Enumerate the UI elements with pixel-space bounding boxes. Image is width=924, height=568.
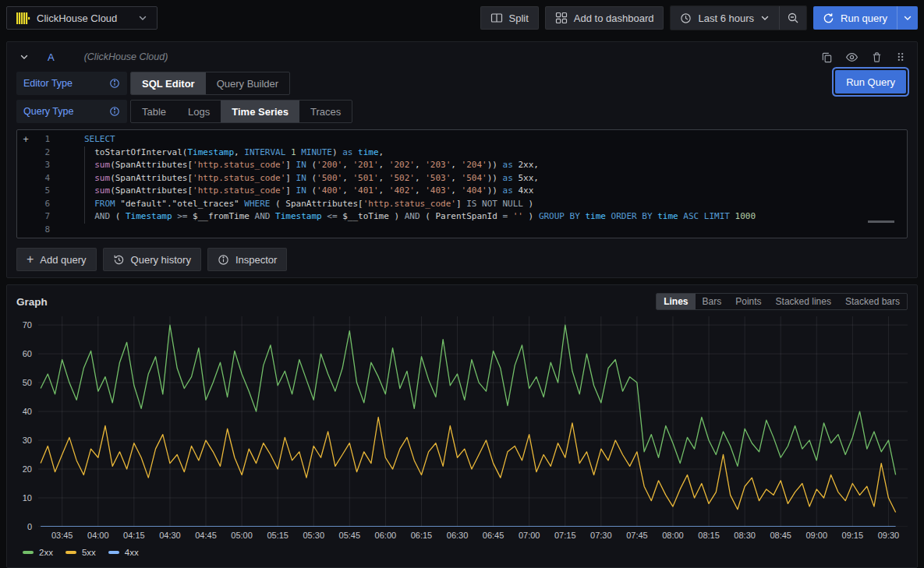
split-button[interactable]: Split bbox=[480, 6, 539, 30]
option-time-series[interactable]: Time Series bbox=[221, 101, 299, 122]
query-editor-panel: A (ClickHouse Cloud) Editor Type SQL Edi… bbox=[6, 41, 918, 278]
query-actions: + Add query Query history Inspector bbox=[16, 248, 908, 271]
gutter-spacer bbox=[17, 210, 34, 224]
option-logs[interactable]: Logs bbox=[177, 101, 221, 122]
legend-label: 5xx bbox=[82, 548, 96, 557]
panel-title: Graph bbox=[16, 296, 48, 308]
add-query-label: Add query bbox=[40, 254, 86, 266]
option-points[interactable]: Points bbox=[728, 294, 768, 309]
gutter-spacer bbox=[17, 172, 34, 185]
legend-item-2xx[interactable]: 2xx bbox=[23, 548, 53, 557]
chevron-down-icon bbox=[760, 13, 770, 23]
add-line-icon: + bbox=[17, 133, 34, 146]
y-axis-labels: 010203040506070 bbox=[16, 316, 38, 527]
run-query-editor-button[interactable]: Run Query bbox=[835, 70, 906, 93]
x-tick-label: 07:15 bbox=[554, 531, 576, 540]
sql-line-8[interactable]: 8 bbox=[17, 224, 907, 237]
option-stacked-lines[interactable]: Stacked lines bbox=[769, 294, 838, 309]
eye-icon[interactable] bbox=[845, 51, 859, 64]
copy-icon[interactable] bbox=[821, 51, 833, 63]
legend-swatch bbox=[65, 551, 76, 554]
info-circle-icon[interactable] bbox=[109, 106, 120, 117]
line-number: 8 bbox=[34, 224, 50, 237]
sql-line-5[interactable]: 5 sum(SpanAttributes['http.status_code']… bbox=[17, 185, 907, 198]
legend-item-4xx[interactable]: 4xx bbox=[108, 548, 139, 557]
option-lines[interactable]: Lines bbox=[657, 294, 695, 309]
x-tick-label: 05:15 bbox=[267, 531, 289, 540]
query-row-actions bbox=[821, 51, 906, 64]
sql-line-text bbox=[50, 224, 84, 237]
run-query-dropdown[interactable] bbox=[897, 6, 918, 30]
chart-region: 010203040506070 bbox=[16, 316, 908, 527]
legend-swatch bbox=[23, 551, 34, 554]
run-query-button[interactable]: Run query bbox=[813, 6, 897, 30]
chevron-down-icon bbox=[138, 13, 147, 23]
x-tick-label: 08:45 bbox=[770, 531, 791, 540]
query-history-button[interactable]: Query history bbox=[103, 248, 201, 271]
legend-label: 4xx bbox=[125, 548, 139, 557]
zoom-out-button[interactable] bbox=[779, 6, 806, 30]
x-tick-label: 07:30 bbox=[590, 531, 612, 540]
query-type-row: Query Type TableLogsTime SeriesTraces bbox=[16, 100, 908, 123]
graph-panel: Graph LinesBarsPointsStacked linesStacke… bbox=[6, 284, 918, 568]
y-tick-label: 40 bbox=[23, 407, 32, 416]
clock-icon bbox=[680, 12, 692, 24]
plus-icon: + bbox=[27, 253, 34, 266]
y-tick-label: 30 bbox=[23, 436, 32, 445]
sql-line-text: sum(SpanAttributes['http.status_code'] I… bbox=[50, 185, 533, 198]
chart-svg bbox=[38, 316, 908, 527]
horizontal-scrollbar-thumb[interactable] bbox=[868, 220, 894, 223]
option-query-builder[interactable]: Query Builder bbox=[206, 72, 289, 94]
toolbar-actions: Split Add to dashboard Last 6 hours Run … bbox=[480, 5, 918, 30]
trash-icon[interactable] bbox=[871, 51, 883, 63]
drag-dots-icon[interactable] bbox=[895, 51, 906, 62]
y-tick-label: 10 bbox=[23, 493, 32, 503]
time-range-button[interactable]: Last 6 hours bbox=[671, 6, 779, 30]
sql-line-3[interactable]: 3 sum(SpanAttributes['http.status_code']… bbox=[17, 159, 907, 172]
datasource-picker[interactable]: ClickHouse Cloud bbox=[6, 6, 158, 30]
option-bars[interactable]: Bars bbox=[696, 294, 729, 309]
run-query-split-button: Run query bbox=[813, 6, 918, 30]
legend-item-5xx[interactable]: 5xx bbox=[65, 548, 96, 557]
add-to-dashboard-label: Add to dashboard bbox=[574, 12, 654, 24]
sql-line-text: SELECT bbox=[50, 133, 115, 146]
x-tick-label: 05:45 bbox=[339, 531, 361, 540]
option-traces[interactable]: Traces bbox=[299, 101, 352, 122]
query-type-label-chip: Query Type bbox=[16, 100, 127, 123]
option-stacked-bars[interactable]: Stacked bars bbox=[838, 294, 907, 309]
info-circle-icon bbox=[218, 254, 229, 266]
x-tick-label: 06:15 bbox=[411, 531, 433, 540]
line-number: 2 bbox=[34, 146, 50, 160]
chevron-down-icon bbox=[903, 13, 912, 23]
add-to-dashboard-button[interactable]: Add to dashboard bbox=[545, 6, 664, 30]
magnifier-minus-icon bbox=[787, 12, 799, 24]
datasource-name: ClickHouse Cloud bbox=[37, 12, 117, 24]
option-sql-editor[interactable]: SQL Editor bbox=[131, 72, 206, 94]
sql-line-6[interactable]: 6 FROM "default"."otel_traces" WHERE ( S… bbox=[17, 198, 907, 211]
x-tick-label: 03:45 bbox=[51, 531, 73, 540]
inspector-button[interactable]: Inspector bbox=[207, 248, 287, 271]
x-tick-label: 06:30 bbox=[447, 531, 469, 540]
sql-editor[interactable]: +1SELECT2 toStartOfInterval(Timestamp, I… bbox=[16, 129, 908, 238]
plot-area[interactable] bbox=[38, 316, 908, 527]
graph-header: Graph LinesBarsPointsStacked linesStacke… bbox=[16, 291, 908, 312]
x-tick-label: 06:00 bbox=[375, 531, 397, 540]
option-table[interactable]: Table bbox=[131, 101, 177, 122]
x-tick-label: 04:15 bbox=[123, 531, 145, 540]
sql-line-2[interactable]: 2 toStartOfInterval(Timestamp, INTERVAL … bbox=[17, 146, 907, 160]
add-query-button[interactable]: + Add query bbox=[16, 248, 97, 271]
sql-line-text: sum(SpanAttributes['http.status_code'] I… bbox=[50, 159, 539, 172]
x-tick-label: 04:45 bbox=[195, 531, 217, 540]
clickhouse-logo-icon bbox=[16, 12, 30, 24]
info-circle-icon[interactable] bbox=[109, 78, 120, 89]
sql-line-4[interactable]: 4 sum(SpanAttributes['http.status_code']… bbox=[17, 172, 907, 185]
gutter-spacer bbox=[17, 159, 34, 172]
history-icon bbox=[113, 254, 125, 266]
query-datasource-hint: (ClickHouse Cloud) bbox=[84, 51, 168, 62]
legend-swatch bbox=[108, 551, 119, 554]
collapse-query-icon[interactable] bbox=[19, 52, 29, 62]
sql-line-7[interactable]: 7 AND ( Timestamp >= $__fromTime AND Tim… bbox=[17, 210, 907, 224]
gutter-spacer bbox=[17, 146, 34, 160]
sql-line-1[interactable]: +1SELECT bbox=[17, 133, 907, 146]
x-tick-label: 06:45 bbox=[483, 531, 504, 540]
